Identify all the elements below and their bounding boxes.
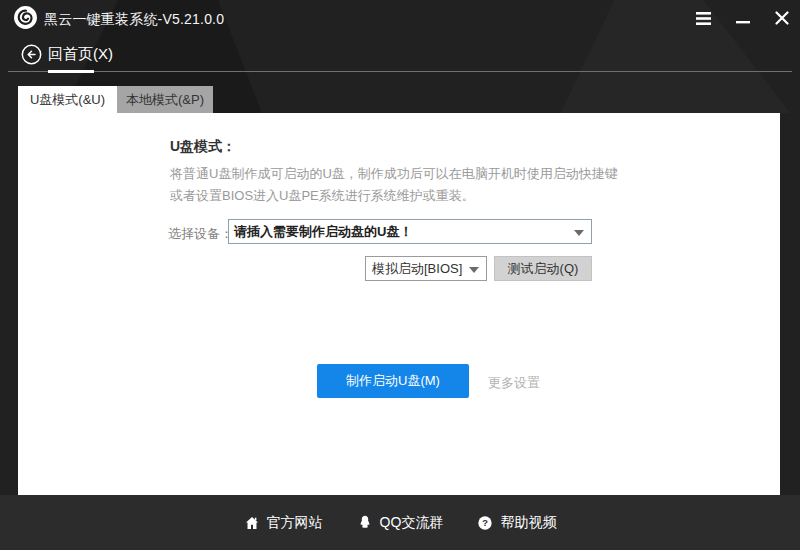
minimize-icon[interactable]: [732, 7, 754, 29]
official-website-label: 官方网站: [267, 514, 323, 532]
content-panel: U盘模式： 将普通U盘制作成可启动的U盘，制作成功后可以在电脑开机时使用启动快捷…: [18, 113, 780, 495]
footer-bar: 官方网站 QQ交流群 ? 帮助视频: [0, 495, 800, 550]
back-icon[interactable]: [21, 44, 42, 65]
svg-text:?: ?: [483, 518, 489, 528]
tab-usb-mode[interactable]: U盘模式(&U): [18, 86, 117, 113]
tab-local-mode[interactable]: 本地模式(&P): [117, 86, 213, 113]
chevron-down-icon: [574, 230, 584, 236]
close-icon[interactable]: [771, 7, 793, 29]
device-select-dropdown[interactable]: 请插入需要制作启动盘的U盘！: [228, 219, 592, 244]
qq-icon: [357, 514, 373, 531]
qq-group-link[interactable]: QQ交流群: [357, 514, 444, 532]
home-icon: [244, 515, 260, 531]
help-videos-link[interactable]: ? 帮助视频: [477, 514, 556, 532]
back-home-button[interactable]: 回首页(X): [48, 45, 113, 64]
make-usb-button[interactable]: 制作启动U盘(M): [317, 364, 469, 398]
chevron-down-icon: [469, 267, 479, 273]
help-icon: ?: [477, 515, 493, 531]
device-select-value: 请插入需要制作启动盘的U盘！: [234, 224, 412, 239]
section-heading: U盘模式：: [170, 138, 236, 156]
back-home-underline: [48, 70, 94, 73]
header-divider: [8, 71, 792, 72]
qq-group-label: QQ交流群: [380, 514, 444, 532]
boot-mode-dropdown[interactable]: 模拟启动[BIOS]: [365, 256, 487, 281]
help-videos-label: 帮助视频: [500, 514, 556, 532]
description-line-1: 将普通U盘制作成可启动的U盘，制作成功后可以在电脑开机时使用启动快捷键: [170, 165, 618, 183]
boot-mode-value: 模拟启动[BIOS]: [372, 261, 462, 276]
more-settings-link[interactable]: 更多设置: [488, 374, 540, 392]
description-line-2: 或者设置BIOS进入U盘PE系统进行系统维护或重装。: [170, 187, 475, 205]
window-title: 黑云一键重装系统-V5.21.0.0: [44, 11, 224, 29]
app-logo-icon: [13, 5, 38, 30]
test-boot-button[interactable]: 测试启动(Q): [494, 256, 592, 281]
device-select-label: 选择设备：: [168, 225, 233, 243]
menu-icon[interactable]: [692, 7, 714, 29]
official-website-link[interactable]: 官方网站: [244, 514, 323, 532]
